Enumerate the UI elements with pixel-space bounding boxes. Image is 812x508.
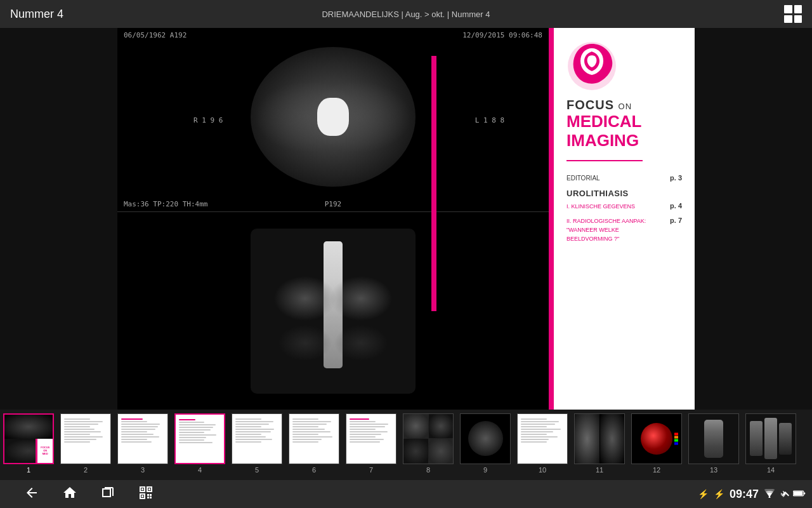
charging-icon: ⚡ xyxy=(714,489,724,499)
thumbnail-5[interactable]: 5 xyxy=(228,413,285,477)
thumb-img-4 xyxy=(174,413,225,464)
svg-rect-5 xyxy=(148,488,150,490)
imaging-label: IMAGING xyxy=(566,131,682,150)
thumb-img-9 xyxy=(460,413,511,464)
thumb-number-14: 14 xyxy=(767,466,775,474)
thumb-img-2 xyxy=(60,413,111,464)
thumb-number-4: 4 xyxy=(198,466,202,474)
thumbnail-14[interactable]: 14 xyxy=(742,413,799,477)
usb-icon: ⚡ xyxy=(698,489,709,499)
qr-button[interactable] xyxy=(133,480,159,509)
back-button[interactable] xyxy=(19,480,44,509)
thumb-number-13: 13 xyxy=(710,466,717,474)
ct-spine xyxy=(317,98,349,136)
svg-rect-7 xyxy=(147,494,149,496)
toc-section: EDITORIAL p. 3 UROLITHIASIS I. KLINISCHE… xyxy=(566,174,682,243)
svg-rect-10 xyxy=(150,497,152,498)
thumb-number-7: 7 xyxy=(369,466,373,474)
thumbnail-8[interactable]: 8 xyxy=(400,413,457,477)
thumbnail-strip: FOCUSONMED 1 2 xyxy=(0,410,812,480)
svg-point-11 xyxy=(769,496,771,498)
thumb-img-7 xyxy=(346,413,396,464)
thumb-img-6 xyxy=(289,413,339,464)
thumb-number-12: 12 xyxy=(653,466,660,474)
ct-axial-scan: 06/05/1962 A192 12/09/2015 09:06:48 R 1 … xyxy=(117,28,549,212)
right-page-magazine: FOCUS ON MEDICAL IMAGING EDITORIAL p. 3 … xyxy=(549,28,695,410)
toc-editorial: EDITORIAL p. 3 xyxy=(566,174,682,182)
ct-label-r: R 1 9 6 xyxy=(193,116,223,124)
recents-button[interactable] xyxy=(95,480,121,509)
toc-klinische-page: p. 4 xyxy=(670,202,682,210)
thumbnail-7[interactable]: 7 xyxy=(343,413,400,477)
ct-coronal-scan xyxy=(117,212,549,410)
airplane-icon: ✈ xyxy=(780,489,788,499)
thumb-number-9: 9 xyxy=(483,466,487,474)
magazine-logo-circle xyxy=(566,41,617,91)
home-icon xyxy=(62,485,77,500)
thumbnail-12[interactable]: 12 xyxy=(628,413,685,477)
wifi-icon xyxy=(764,489,775,500)
page-divider xyxy=(431,56,436,311)
svg-rect-13 xyxy=(804,492,805,494)
ct-coronal-image xyxy=(251,229,416,394)
thumbnail-3[interactable]: 3 xyxy=(114,413,171,477)
status-time: 09:47 xyxy=(730,488,759,501)
thumb-number-10: 10 xyxy=(539,466,546,474)
thumbnail-6[interactable]: 6 xyxy=(285,413,343,477)
thumbnail-2[interactable]: 2 xyxy=(57,413,114,477)
thumb-img-12 xyxy=(631,413,682,464)
thumbnail-11[interactable]: 11 xyxy=(571,413,628,477)
back-icon xyxy=(24,485,39,500)
thumb-number-11: 11 xyxy=(596,466,603,474)
home-button[interactable] xyxy=(57,480,82,509)
pink-divider-line xyxy=(566,160,643,161)
left-page-ct: 06/05/1962 A192 12/09/2015 09:06:48 R 1 … xyxy=(117,28,549,410)
toc-radiologische: II. RADIOLOGISCHE AANPAK:"WANNEER WELKEB… xyxy=(566,217,682,243)
ct-label-topright: 12/09/2015 09:06:48 xyxy=(462,31,542,39)
bottom-bar: ⚡ ⚡ 09:47 ✈ xyxy=(0,480,812,508)
ct-label-p192: P192 xyxy=(325,200,342,208)
thumb-img-8 xyxy=(403,413,454,464)
thumb-number-8: 8 xyxy=(426,466,430,474)
top-bar: Nummer 4 DRIEMAANDELIJKS | Aug. > okt. |… xyxy=(0,0,812,28)
left-dark-area xyxy=(0,28,117,410)
medical-label: MEDICAL xyxy=(566,112,682,131)
subtitle: DRIEMAANDELIJKS | Aug. > okt. | Nummer 4 xyxy=(322,10,490,19)
right-dark-area xyxy=(695,28,812,410)
svg-rect-8 xyxy=(150,494,152,496)
toc-klinische: I. KLINISCHE GEGEVENS p. 4 xyxy=(566,202,682,211)
thumb-img-5 xyxy=(232,413,282,464)
toc-radiologische-page: p. 7 xyxy=(670,217,682,224)
svg-rect-9 xyxy=(147,497,149,498)
svg-rect-4 xyxy=(141,488,143,490)
thumb-img-1: FOCUSONMED xyxy=(3,413,54,464)
toc-editorial-label: EDITORIAL xyxy=(566,174,665,182)
thumbnail-10[interactable]: 10 xyxy=(514,413,571,477)
thumb-number-6: 6 xyxy=(312,466,316,474)
focus-label: FOCUS ON xyxy=(566,98,682,112)
thumbnail-9[interactable]: 9 xyxy=(457,413,514,477)
thumb-img-10 xyxy=(517,413,568,464)
ct-label-bottomleft: Mas:36 TP:220 TH:4mm xyxy=(124,200,207,208)
toc-urolithiasis-title: UROLITHIASIS xyxy=(566,189,682,198)
toc-editorial-page: p. 3 xyxy=(670,174,682,182)
status-bar: ⚡ ⚡ 09:47 ✈ xyxy=(698,480,812,508)
logo-svg xyxy=(566,41,617,91)
thumb-img-11 xyxy=(574,413,625,464)
thumbnail-4[interactable]: 4 xyxy=(171,413,228,477)
svg-rect-6 xyxy=(141,495,143,497)
grid-icon[interactable] xyxy=(784,5,802,23)
toc-klinische-label: I. KLINISCHE GEGEVENS xyxy=(566,202,665,211)
thumbnail-1[interactable]: FOCUSONMED 1 xyxy=(0,413,57,477)
thumbnail-13[interactable]: 13 xyxy=(685,413,742,477)
page-title: Nummer 4 xyxy=(10,8,63,21)
main-content: 06/05/1962 A192 12/09/2015 09:06:48 R 1 … xyxy=(0,28,812,410)
toc-radiologische-label: II. RADIOLOGISCHE AANPAK:"WANNEER WELKEB… xyxy=(566,217,665,243)
thumb-img-13 xyxy=(688,413,739,464)
thumb-number-3: 3 xyxy=(141,466,145,474)
ct-label-topleft: 06/05/1962 A192 xyxy=(124,31,187,39)
thumb-number-5: 5 xyxy=(255,466,259,474)
qr-icon xyxy=(138,485,154,500)
thumb-img-3 xyxy=(117,413,168,464)
thumb-number-1: 1 xyxy=(27,466,30,474)
